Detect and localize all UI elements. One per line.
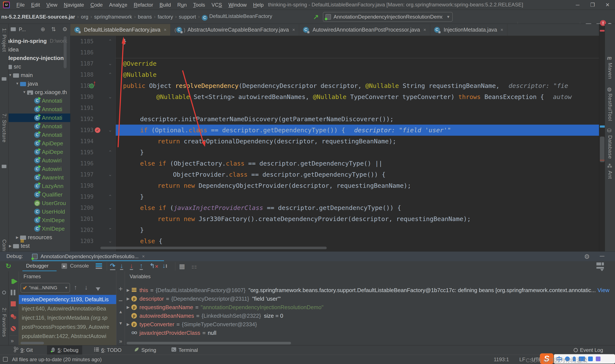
fold-marker-icon[interactable]: ⌃: [107, 69, 113, 80]
gear-icon[interactable]: ⚙: [62, 26, 67, 33]
close-icon[interactable]: ×: [164, 27, 167, 33]
line-number[interactable]: 1202: [70, 224, 94, 235]
line-number[interactable]: 1200: [70, 202, 94, 213]
fold-marker-icon[interactable]: ⌃: [107, 147, 113, 158]
line-number[interactable]: 1194: [70, 136, 94, 147]
breadcrumb-item[interactable]: factory: [158, 14, 173, 20]
menu-run[interactable]: Run: [174, 2, 190, 8]
tree-item[interactable]: CApiDepe: [9, 148, 70, 156]
menu-file[interactable]: File: [13, 2, 28, 8]
editor-tab[interactable]: CAutowiredAnnotationBeanPostProcessor.ja…: [299, 24, 430, 36]
line-number[interactable]: 1187: [70, 58, 94, 69]
line-number[interactable]: 1185: [70, 36, 94, 47]
menu-analyze[interactable]: Analyze: [106, 2, 131, 8]
fold-marker-icon[interactable]: ⌃: [107, 191, 113, 202]
frame-row[interactable]: populateBean:1422, AbstractAutowi: [19, 332, 116, 341]
close-icon[interactable]: ×: [423, 27, 426, 33]
menu-window[interactable]: Window: [225, 2, 250, 8]
tree-item[interactable]: CAwareInt: [9, 173, 70, 182]
frame-row[interactable]: inject:640, AutowiredAnnotationBea: [19, 304, 116, 313]
more-icon[interactable]: »: [11, 338, 14, 344]
debug-session-tab[interactable]: AnnotationDependencyInjectionResolutio..…: [32, 252, 145, 261]
toolbar-item-5-debug[interactable]: 5: Debug: [47, 345, 82, 355]
fold-marker-icon[interactable]: ⌄: [107, 125, 113, 136]
editor-hscrollbar[interactable]: [100, 247, 327, 249]
drop-frame-icon[interactable]: ↰✕: [149, 262, 159, 270]
editor-tab[interactable]: CInjectionMetadata.java×: [430, 24, 507, 36]
remove-watch-icon[interactable]: −: [116, 297, 125, 305]
frame-row[interactable]: resolveDependency:1193, DefaultLis: [19, 295, 116, 304]
stripe-ant-button[interactable]: Ant: [607, 171, 613, 179]
tree-item[interactable]: CAnnotati: [9, 105, 70, 114]
variable-row[interactable]: ▶pdescriptor={DependencyDescriptor@2311}…: [125, 294, 615, 303]
layout-settings-icon[interactable]: [596, 262, 604, 271]
gear-icon[interactable]: ⚙: [584, 253, 590, 260]
frames-scrollbar[interactable]: [21, 342, 44, 344]
menu-build[interactable]: Build: [156, 2, 174, 8]
expand-icon[interactable]: ▶: [125, 322, 131, 327]
frame-row[interactable]: inject:116, InjectionMetadata (org.sp: [19, 313, 116, 322]
caret-position[interactable]: 1193:1: [494, 357, 509, 363]
scroll-up-icon[interactable]: ▲: [116, 309, 125, 314]
breadcrumb-item[interactable]: CDefaultListableBeanFactory: [202, 13, 272, 21]
tree-item[interactable]: ▶resources: [9, 233, 70, 242]
line-number[interactable]: 1197: [70, 169, 94, 180]
close-icon[interactable]: ×: [501, 27, 503, 33]
variable-row[interactable]: ▶ptypeConverter={SimpleTypeConverter@233…: [125, 320, 615, 329]
toolbar-item-spring[interactable]: Spring: [130, 345, 160, 355]
fold-marker-icon[interactable]: ⌃: [107, 224, 113, 235]
line-number[interactable]: 1188: [70, 69, 94, 80]
step-out-icon[interactable]: ↑: [140, 262, 143, 269]
tree-item[interactable]: CUserHold: [9, 208, 70, 216]
tree-item[interactable]: CAnnotati: [9, 96, 70, 105]
tree-item[interactable]: CXmlDepe: [9, 224, 70, 233]
fold-marker-icon[interactable]: ⌄: [107, 202, 113, 213]
tree-item[interactable]: CAnnotati: [9, 122, 70, 130]
breadcrumb-item[interactable]: org: [81, 14, 88, 20]
tree-item[interactable]: CAutowiri: [9, 156, 70, 165]
tree-item[interactable]: thinking-in-springD:\work: [9, 37, 70, 45]
close-icon[interactable]: ×: [142, 254, 145, 259]
breadcrumb-item[interactable]: beans: [138, 14, 152, 20]
tree-arrow-icon[interactable]: ▶: [9, 244, 13, 248]
evaluate-expression-icon[interactable]: ▦: [179, 262, 185, 270]
expand-icon[interactable]: ▶: [125, 296, 131, 301]
toolbar-item-6-todo[interactable]: 6: TODO: [90, 345, 125, 355]
fold-marker-icon[interactable]: ⌄: [107, 91, 113, 103]
step-over-icon[interactable]: ↷: [110, 262, 115, 270]
menu-edit[interactable]: Edit: [28, 2, 43, 8]
variable-row[interactable]: ▶this={DefaultListableBeanFactory@1607}"…: [125, 286, 615, 294]
minimize-button[interactable]: ─: [570, 0, 585, 10]
line-number[interactable]: 1203: [70, 235, 94, 247]
expand-icon[interactable]: ▶: [125, 305, 131, 310]
editor-tab[interactable]: CDefaultListableBeanFactory.java×: [70, 24, 171, 36]
variable-row[interactable]: pautowiredBeanNames={LinkedHashSet@2322}…: [125, 312, 615, 320]
breakpoint-icon[interactable]: ✓: [95, 127, 100, 133]
thread-select[interactable]: ✔ "mai...NNING ▼: [21, 283, 70, 293]
menu-help[interactable]: Help: [250, 2, 267, 8]
event-log-button[interactable]: Event Log: [574, 345, 603, 355]
line-separator[interactable]: LF: [519, 357, 525, 363]
fold-marker-icon[interactable]: ⌄: [107, 58, 113, 69]
tree-item[interactable]: ▼main: [9, 71, 70, 79]
run-configuration-select[interactable]: AnnotationDependencyInjectionResolutionD…: [323, 12, 453, 22]
error-stripe[interactable]: [599, 24, 605, 251]
line-number[interactable]: 1190: [70, 91, 94, 103]
variable-row[interactable]: ▶prequestingBeanName="annotationDependen…: [125, 303, 615, 312]
breadcrumb-item[interactable]: springframework: [94, 14, 132, 20]
variable-row[interactable]: oojavaxInjectProviderClass=null: [125, 329, 615, 337]
view-link[interactable]: View: [598, 287, 609, 294]
menu-refactor[interactable]: Refactor: [131, 2, 156, 8]
tab-console[interactable]: Console: [70, 263, 89, 269]
tree-item[interactable]: CAnnotati: [9, 130, 70, 139]
tree-item[interactable]: CApiDepe: [9, 139, 70, 148]
run-to-cursor-icon[interactable]: ↓ı: [162, 262, 167, 269]
add-watch-icon[interactable]: +: [116, 285, 125, 293]
frame-up-icon[interactable]: ↑: [74, 284, 77, 291]
stripe-structure-button[interactable]: 7: Structure: [1, 114, 7, 143]
toolwindow-toggle-icon[interactable]: [3, 357, 8, 362]
tree-arrow-icon[interactable]: ▼: [14, 82, 20, 86]
mute-breakpoints-icon[interactable]: [11, 326, 16, 331]
tree-item[interactable]: src: [9, 62, 70, 71]
close-button[interactable]: ✕: [600, 0, 615, 10]
